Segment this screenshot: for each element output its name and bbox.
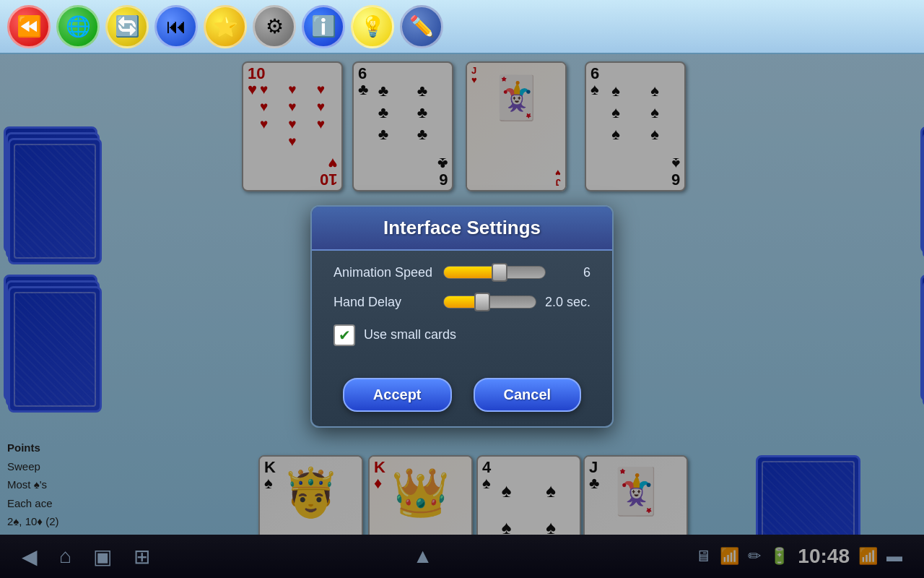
star-button[interactable]: ⭐ xyxy=(204,5,247,48)
back-button[interactable]: ⏪ xyxy=(7,5,51,48)
refresh-button[interactable]: 🔄 xyxy=(105,5,149,48)
modal-body: Animation Speed 6 Hand Delay 2.0 sec. xyxy=(312,251,612,378)
web-button[interactable]: 🌐 xyxy=(56,5,100,48)
accept-button[interactable]: Accept xyxy=(343,378,452,412)
animation-speed-slider[interactable] xyxy=(443,266,546,279)
hand-delay-label: Hand Delay xyxy=(334,295,435,310)
small-cards-label: Use small cards xyxy=(364,327,456,342)
modal-title: Interface Settings xyxy=(326,217,598,239)
modal-overlay: Interface Settings Animation Speed 6 Han… xyxy=(0,54,924,578)
prev-button[interactable]: ⏮ xyxy=(154,5,198,48)
animation-speed-thumb[interactable] xyxy=(492,263,507,282)
animation-speed-value: 6 xyxy=(554,265,590,280)
animation-speed-row: Animation Speed 6 xyxy=(334,265,590,280)
hand-delay-thumb[interactable] xyxy=(474,293,490,311)
game-area: 10♥ ♥♥♥ ♥♥♥ ♥♥♥ ♥ 10♥ 6♣ ♣♣ ♣♣ ♣♣ 6♣ J♥ … xyxy=(0,54,924,578)
pencil-button[interactable]: ✏️ xyxy=(400,5,443,48)
small-cards-row: ✔ Use small cards xyxy=(334,324,590,346)
modal-header: Interface Settings xyxy=(312,207,612,251)
hand-delay-slider[interactable] xyxy=(443,296,536,309)
hand-delay-row: Hand Delay 2.0 sec. xyxy=(334,295,590,310)
hint-button[interactable]: 💡 xyxy=(351,5,394,48)
cancel-button[interactable]: Cancel xyxy=(474,378,582,412)
settings-button[interactable]: ⚙ xyxy=(253,5,296,48)
small-cards-checkbox[interactable]: ✔ xyxy=(334,324,355,346)
modal-buttons: Accept Cancel xyxy=(312,378,612,412)
interface-settings-modal: Interface Settings Animation Speed 6 Han… xyxy=(310,205,614,428)
hand-delay-value: 2.0 sec. xyxy=(545,295,590,310)
info-button[interactable]: ℹ️ xyxy=(302,5,345,48)
toolbar: ⏪ 🌐 🔄 ⏮ ⭐ ⚙ ℹ️ 💡 ✏️ xyxy=(0,0,924,54)
animation-speed-label: Animation Speed xyxy=(334,265,435,280)
